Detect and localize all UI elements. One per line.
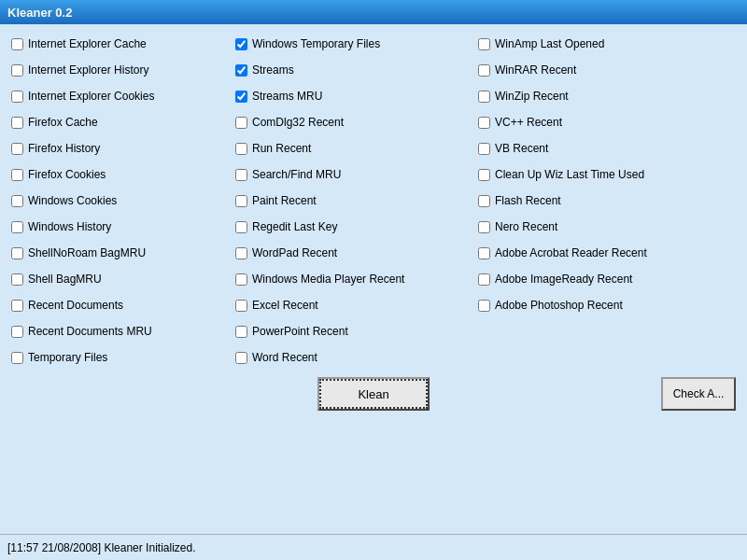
- list-item: Internet Explorer Cache: [11, 32, 235, 56]
- checkbox-cb7[interactable]: [11, 91, 23, 103]
- list-item: Adobe Acrobat Reader Recent: [478, 241, 730, 265]
- klean-button[interactable]: Klean: [317, 377, 430, 411]
- checkbox-cb2[interactable]: [235, 38, 247, 50]
- list-item: Recent Documents: [11, 293, 235, 317]
- checkbox-cb32[interactable]: [235, 300, 247, 312]
- checkbox-label-cb3[interactable]: WinAmp Last Opened: [495, 37, 604, 50]
- list-item: Nero Recent: [478, 215, 730, 239]
- list-item: Windows History: [11, 215, 235, 239]
- checkbox-cb4[interactable]: [11, 64, 23, 77]
- checkbox-label-cb2[interactable]: Windows Temporary Files: [252, 37, 380, 50]
- checkbox-cb1[interactable]: [11, 38, 23, 50]
- checkbox-cb30[interactable]: [478, 273, 490, 286]
- checkbox-label-cb14[interactable]: Run Recent: [252, 142, 311, 155]
- checkbox-cb20[interactable]: [235, 195, 247, 207]
- checkbox-label-cb9[interactable]: WinZip Recent: [495, 90, 569, 103]
- checkbox-cb11[interactable]: [235, 117, 247, 129]
- checkbox-label-cb31[interactable]: Recent Documents: [28, 299, 123, 312]
- list-item: Excel Recent: [235, 293, 478, 317]
- checkbox-label-cb20[interactable]: Paint Recent: [252, 194, 317, 207]
- list-item: Streams MRU: [235, 84, 478, 108]
- checkbox-cb6[interactable]: [478, 64, 490, 77]
- list-item: WinRAR Recent: [478, 58, 730, 82]
- checkbox-label-cb5[interactable]: Streams: [252, 63, 294, 77]
- checkbox-cb24[interactable]: [478, 221, 490, 233]
- checkbox-label-cb32[interactable]: Excel Recent: [252, 299, 318, 312]
- checkbox-cb25[interactable]: [11, 247, 23, 259]
- checkbox-cb14[interactable]: [235, 143, 247, 155]
- checkbox-cb21[interactable]: [478, 195, 490, 207]
- checkbox-cb16[interactable]: [11, 169, 23, 181]
- checkbox-label-cb11[interactable]: ComDlg32 Recent: [252, 116, 344, 129]
- checkbox-cb19[interactable]: [11, 195, 23, 207]
- list-item: Firefox Cache: [11, 110, 235, 134]
- checkbox-cb3[interactable]: [478, 38, 490, 50]
- checkbox-label-cb25[interactable]: ShellNoRoam BagMRU: [28, 246, 146, 259]
- checkbox-label-cb38[interactable]: Word Recent: [252, 351, 317, 364]
- checkbox-cb9[interactable]: [478, 91, 490, 103]
- checkbox-cb18[interactable]: [478, 169, 490, 181]
- checkbox-label-cb37[interactable]: Temporary Files: [28, 351, 107, 364]
- checkbox-cb34[interactable]: [11, 326, 23, 338]
- check-all-button[interactable]: Check A...: [661, 377, 736, 411]
- checkbox-cb13[interactable]: [11, 143, 23, 155]
- checkbox-cb23[interactable]: [235, 221, 247, 233]
- checkbox-cb29[interactable]: [235, 273, 247, 286]
- list-item: Run Recent: [235, 136, 478, 161]
- checkbox-label-cb23[interactable]: Regedit Last Key: [252, 220, 337, 233]
- checkbox-label-cb15[interactable]: VB Recent: [495, 142, 548, 155]
- list-item: Paint Recent: [235, 189, 478, 213]
- checkbox-cb10[interactable]: [11, 117, 23, 129]
- checkbox-cb33[interactable]: [478, 300, 490, 312]
- checkbox-cb31[interactable]: [11, 300, 23, 312]
- checkbox-cb12[interactable]: [478, 117, 490, 129]
- checkbox-label-cb12[interactable]: VC++ Recent: [495, 116, 562, 129]
- list-item: Firefox History: [11, 136, 235, 161]
- checkbox-cb38[interactable]: [235, 352, 247, 364]
- checkbox-cb26[interactable]: [235, 247, 247, 259]
- list-item: WinZip Recent: [478, 84, 730, 108]
- checkbox-cb22[interactable]: [11, 221, 23, 233]
- checkbox-cb5[interactable]: [235, 64, 247, 77]
- checkbox-label-cb1[interactable]: Internet Explorer Cache: [28, 37, 147, 50]
- checkbox-label-cb8[interactable]: Streams MRU: [252, 90, 322, 103]
- list-item: Search/Find MRU: [235, 162, 478, 187]
- checkbox-label-cb7[interactable]: Internet Explorer Cookies: [28, 90, 154, 103]
- checkbox-label-cb33[interactable]: Adobe Photoshop Recent: [495, 299, 623, 312]
- list-item: Windows Temporary Files: [235, 32, 478, 56]
- checkbox-label-cb35[interactable]: PowerPoint Recent: [252, 325, 348, 338]
- checkbox-cb8[interactable]: [235, 91, 247, 103]
- checkbox-cb27[interactable]: [478, 247, 490, 259]
- checkbox-label-cb22[interactable]: Windows History: [28, 220, 111, 233]
- checkbox-label-cb21[interactable]: Flash Recent: [495, 194, 561, 207]
- checkbox-cb17[interactable]: [235, 169, 247, 181]
- list-item: Flash Recent: [478, 189, 730, 213]
- checkbox-cb35[interactable]: [235, 326, 247, 338]
- checkbox-label-cb30[interactable]: Adobe ImageReady Recent: [495, 273, 632, 286]
- checkbox-label-cb19[interactable]: Windows Cookies: [28, 194, 117, 207]
- list-item: Firefox Cookies: [11, 162, 235, 187]
- checkbox-label-cb17[interactable]: Search/Find MRU: [252, 168, 341, 181]
- checkbox-label-cb29[interactable]: Windows Media Player Recent: [252, 273, 404, 286]
- list-item: [478, 345, 730, 370]
- list-item: Adobe ImageReady Recent: [478, 267, 730, 291]
- checkbox-cb28[interactable]: [11, 273, 23, 286]
- status-text: [11:57 21/08/2008] Kleaner Initialized.: [7, 541, 195, 554]
- checkbox-label-cb34[interactable]: Recent Documents MRU: [28, 325, 152, 338]
- checkbox-label-cb4[interactable]: Internet Explorer History: [28, 63, 148, 77]
- checkbox-grid: Internet Explorer CacheWindows Temporary…: [11, 32, 736, 370]
- list-item: Internet Explorer Cookies: [11, 84, 235, 108]
- checkbox-label-cb13[interactable]: Firefox History: [28, 142, 100, 155]
- checkbox-label-cb10[interactable]: Firefox Cache: [28, 116, 98, 129]
- checkbox-label-cb18[interactable]: Clean Up Wiz Last Time Used: [495, 168, 644, 181]
- list-item: Internet Explorer History: [11, 58, 235, 82]
- checkbox-cb37[interactable]: [11, 352, 23, 364]
- checkbox-label-cb6[interactable]: WinRAR Recent: [495, 63, 576, 77]
- checkbox-label-cb24[interactable]: Nero Recent: [495, 220, 557, 233]
- checkbox-label-cb16[interactable]: Firefox Cookies: [28, 168, 106, 181]
- checkbox-label-cb26[interactable]: WordPad Recent: [252, 246, 337, 259]
- checkbox-cb15[interactable]: [478, 143, 490, 155]
- list-item: VC++ Recent: [478, 110, 730, 134]
- checkbox-label-cb27[interactable]: Adobe Acrobat Reader Recent: [495, 246, 647, 259]
- checkbox-label-cb28[interactable]: Shell BagMRU: [28, 273, 102, 286]
